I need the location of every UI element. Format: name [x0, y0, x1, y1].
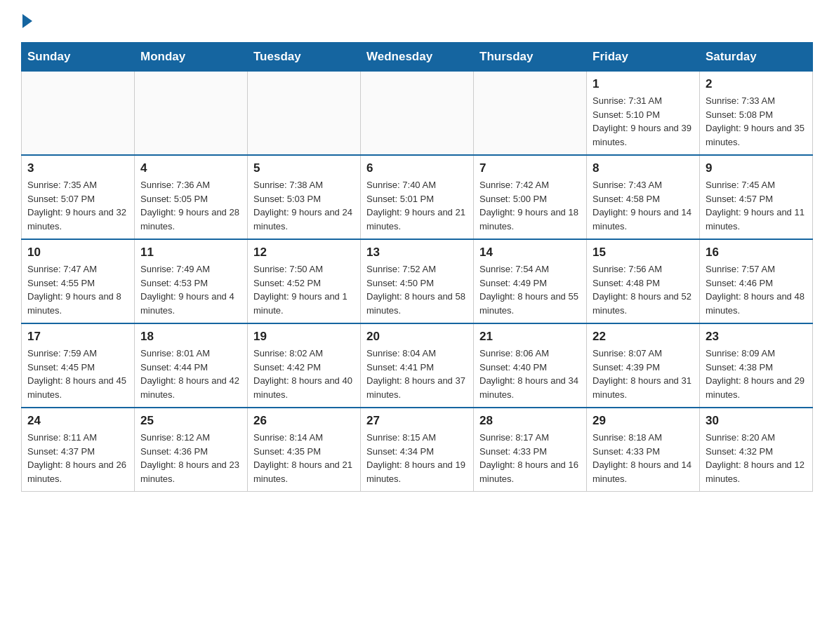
day-info: Sunrise: 8:15 AM Sunset: 4:34 PM Dayligh… — [366, 431, 468, 485]
calendar-cell — [135, 72, 248, 156]
calendar-cell: 10Sunrise: 7:47 AM Sunset: 4:55 PM Dayli… — [22, 239, 135, 323]
day-info: Sunrise: 7:57 AM Sunset: 4:46 PM Dayligh… — [706, 262, 807, 317]
calendar-cell: 2Sunrise: 7:33 AM Sunset: 5:08 PM Daylig… — [700, 72, 813, 156]
calendar-week-row: 10Sunrise: 7:47 AM Sunset: 4:55 PM Dayli… — [22, 239, 813, 323]
day-info: Sunrise: 7:52 AM Sunset: 4:50 PM Dayligh… — [366, 262, 468, 317]
day-number: 10 — [27, 246, 128, 260]
day-number: 3 — [27, 161, 128, 175]
day-info: Sunrise: 8:07 AM Sunset: 4:39 PM Dayligh… — [593, 347, 694, 401]
day-number: 1 — [593, 77, 694, 91]
day-of-week-header: Friday — [587, 43, 700, 72]
day-info: Sunrise: 7:54 AM Sunset: 4:49 PM Dayligh… — [479, 262, 581, 317]
calendar-cell: 14Sunrise: 7:54 AM Sunset: 4:49 PM Dayli… — [474, 239, 587, 323]
day-info: Sunrise: 7:49 AM Sunset: 4:53 PM Dayligh… — [140, 262, 241, 317]
day-number: 7 — [479, 161, 581, 175]
day-info: Sunrise: 8:20 AM Sunset: 4:32 PM Dayligh… — [706, 431, 807, 485]
day-info: Sunrise: 7:38 AM Sunset: 5:03 PM Dayligh… — [253, 178, 355, 233]
calendar-header-row: SundayMondayTuesdayWednesdayThursdayFrid… — [22, 43, 813, 72]
calendar-cell: 9Sunrise: 7:45 AM Sunset: 4:57 PM Daylig… — [700, 155, 813, 239]
calendar-week-row: 17Sunrise: 7:59 AM Sunset: 4:45 PM Dayli… — [22, 323, 813, 408]
day-number: 28 — [479, 414, 581, 428]
day-number: 23 — [706, 330, 807, 344]
calendar-cell: 13Sunrise: 7:52 AM Sunset: 4:50 PM Dayli… — [361, 239, 474, 323]
calendar-cell: 19Sunrise: 8:02 AM Sunset: 4:42 PM Dayli… — [248, 323, 361, 408]
calendar-week-row: 3Sunrise: 7:35 AM Sunset: 5:07 PM Daylig… — [22, 155, 813, 239]
day-info: Sunrise: 7:43 AM Sunset: 4:58 PM Dayligh… — [593, 178, 694, 233]
calendar-cell: 24Sunrise: 8:11 AM Sunset: 4:37 PM Dayli… — [22, 408, 135, 492]
day-info: Sunrise: 8:04 AM Sunset: 4:41 PM Dayligh… — [366, 347, 468, 401]
calendar-cell: 3Sunrise: 7:35 AM Sunset: 5:07 PM Daylig… — [22, 155, 135, 239]
day-number: 26 — [253, 414, 355, 428]
calendar: SundayMondayTuesdayWednesdayThursdayFrid… — [21, 42, 813, 492]
calendar-cell: 27Sunrise: 8:15 AM Sunset: 4:34 PM Dayli… — [361, 408, 474, 492]
day-info: Sunrise: 7:35 AM Sunset: 5:07 PM Dayligh… — [27, 178, 128, 233]
day-info: Sunrise: 7:50 AM Sunset: 4:52 PM Dayligh… — [253, 262, 355, 317]
day-info: Sunrise: 8:14 AM Sunset: 4:35 PM Dayligh… — [253, 431, 355, 485]
day-number: 13 — [366, 246, 468, 260]
day-of-week-header: Wednesday — [361, 43, 474, 72]
day-number: 11 — [140, 246, 241, 260]
calendar-cell: 26Sunrise: 8:14 AM Sunset: 4:35 PM Dayli… — [248, 408, 361, 492]
logo — [21, 14, 32, 28]
calendar-cell: 8Sunrise: 7:43 AM Sunset: 4:58 PM Daylig… — [587, 155, 700, 239]
calendar-cell: 4Sunrise: 7:36 AM Sunset: 5:05 PM Daylig… — [135, 155, 248, 239]
day-of-week-header: Tuesday — [248, 43, 361, 72]
calendar-week-row: 1Sunrise: 7:31 AM Sunset: 5:10 PM Daylig… — [22, 72, 813, 156]
day-number: 27 — [366, 414, 468, 428]
day-number: 6 — [366, 161, 468, 175]
calendar-cell: 11Sunrise: 7:49 AM Sunset: 4:53 PM Dayli… — [135, 239, 248, 323]
day-info: Sunrise: 8:02 AM Sunset: 4:42 PM Dayligh… — [253, 347, 355, 401]
day-info: Sunrise: 7:45 AM Sunset: 4:57 PM Dayligh… — [706, 178, 807, 233]
day-number: 14 — [479, 246, 581, 260]
day-info: Sunrise: 7:36 AM Sunset: 5:05 PM Dayligh… — [140, 178, 241, 233]
day-number: 30 — [706, 414, 807, 428]
day-of-week-header: Sunday — [22, 43, 135, 72]
calendar-cell — [474, 72, 587, 156]
calendar-cell: 23Sunrise: 8:09 AM Sunset: 4:38 PM Dayli… — [700, 323, 813, 408]
calendar-cell: 12Sunrise: 7:50 AM Sunset: 4:52 PM Dayli… — [248, 239, 361, 323]
day-number: 8 — [593, 161, 694, 175]
day-number: 4 — [140, 161, 241, 175]
day-number: 22 — [593, 330, 694, 344]
day-info: Sunrise: 8:18 AM Sunset: 4:33 PM Dayligh… — [593, 431, 694, 485]
day-info: Sunrise: 7:56 AM Sunset: 4:48 PM Dayligh… — [593, 262, 694, 317]
calendar-cell: 5Sunrise: 7:38 AM Sunset: 5:03 PM Daylig… — [248, 155, 361, 239]
day-number: 12 — [253, 246, 355, 260]
day-info: Sunrise: 7:33 AM Sunset: 5:08 PM Dayligh… — [706, 94, 807, 149]
calendar-cell: 30Sunrise: 8:20 AM Sunset: 4:32 PM Dayli… — [700, 408, 813, 492]
day-of-week-header: Monday — [135, 43, 248, 72]
day-number: 20 — [366, 330, 468, 344]
calendar-cell — [361, 72, 474, 156]
calendar-cell: 25Sunrise: 8:12 AM Sunset: 4:36 PM Dayli… — [135, 408, 248, 492]
calendar-cell: 28Sunrise: 8:17 AM Sunset: 4:33 PM Dayli… — [474, 408, 587, 492]
day-info: Sunrise: 7:31 AM Sunset: 5:10 PM Dayligh… — [593, 94, 694, 149]
day-info: Sunrise: 8:06 AM Sunset: 4:40 PM Dayligh… — [479, 347, 581, 401]
calendar-cell: 1Sunrise: 7:31 AM Sunset: 5:10 PM Daylig… — [587, 72, 700, 156]
calendar-cell — [248, 72, 361, 156]
day-number: 18 — [140, 330, 241, 344]
day-number: 21 — [479, 330, 581, 344]
day-number: 24 — [27, 414, 128, 428]
day-number: 5 — [253, 161, 355, 175]
day-number: 19 — [253, 330, 355, 344]
calendar-cell: 20Sunrise: 8:04 AM Sunset: 4:41 PM Dayli… — [361, 323, 474, 408]
day-info: Sunrise: 7:42 AM Sunset: 5:00 PM Dayligh… — [479, 178, 581, 233]
day-number: 2 — [706, 77, 807, 91]
day-info: Sunrise: 8:01 AM Sunset: 4:44 PM Dayligh… — [140, 347, 241, 401]
calendar-week-row: 24Sunrise: 8:11 AM Sunset: 4:37 PM Dayli… — [22, 408, 813, 492]
day-of-week-header: Saturday — [700, 43, 813, 72]
calendar-cell: 29Sunrise: 8:18 AM Sunset: 4:33 PM Dayli… — [587, 408, 700, 492]
calendar-cell: 21Sunrise: 8:06 AM Sunset: 4:40 PM Dayli… — [474, 323, 587, 408]
day-info: Sunrise: 8:12 AM Sunset: 4:36 PM Dayligh… — [140, 431, 241, 485]
calendar-cell: 17Sunrise: 7:59 AM Sunset: 4:45 PM Dayli… — [22, 323, 135, 408]
day-info: Sunrise: 8:09 AM Sunset: 4:38 PM Dayligh… — [706, 347, 807, 401]
day-number: 25 — [140, 414, 241, 428]
day-number: 15 — [593, 246, 694, 260]
calendar-cell: 18Sunrise: 8:01 AM Sunset: 4:44 PM Dayli… — [135, 323, 248, 408]
logo-triangle-icon — [22, 14, 32, 28]
calendar-cell: 6Sunrise: 7:40 AM Sunset: 5:01 PM Daylig… — [361, 155, 474, 239]
day-info: Sunrise: 7:47 AM Sunset: 4:55 PM Dayligh… — [27, 262, 128, 317]
day-of-week-header: Thursday — [474, 43, 587, 72]
day-number: 16 — [706, 246, 807, 260]
calendar-cell: 15Sunrise: 7:56 AM Sunset: 4:48 PM Dayli… — [587, 239, 700, 323]
